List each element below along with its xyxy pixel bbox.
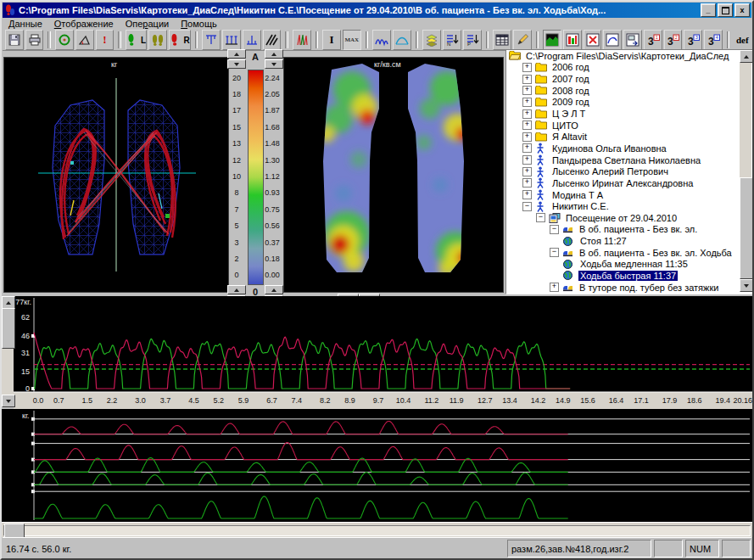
zones-curve-button[interactable]	[603, 30, 622, 50]
def-button[interactable]: def	[734, 31, 751, 49]
tree-scrollbar[interactable]	[739, 50, 751, 292]
graph-lower-button[interactable]	[202, 30, 221, 50]
tree-item-4[interactable]: +2008 год	[506, 85, 753, 97]
tree-item-15[interactable]: −Посещение от 29.04.2010	[506, 212, 753, 224]
tree-item-7[interactable]: +ЦИТО	[506, 120, 753, 132]
minimize-button[interactable]: _	[701, 3, 716, 17]
tree-item-16[interactable]: −В об. пациента - Без вк. эл.	[506, 224, 753, 236]
expand-toggle[interactable]: −	[550, 248, 559, 257]
tree-item-11[interactable]: +Лысенко Алерий Петрович	[506, 165, 753, 177]
table-button[interactable]	[493, 30, 511, 50]
cursor-button[interactable]: I	[322, 30, 341, 50]
tree-item-6[interactable]: +Ц Э Л Т	[506, 108, 753, 120]
view3-4-button[interactable]: 34	[704, 30, 723, 50]
expand-toggle[interactable]: −	[550, 225, 559, 234]
chart-scroll-up-button[interactable]	[2, 296, 15, 309]
tree-item-10[interactable]: +Пандырева Светлана Николаевна	[506, 154, 753, 166]
left-foot-button[interactable]: L	[126, 30, 147, 50]
svg-text:14.2: 14.2	[531, 396, 546, 405]
record-button[interactable]	[55, 30, 74, 50]
both-feet-button[interactable]	[148, 30, 167, 50]
menu-3[interactable]: Операции	[120, 19, 175, 29]
save-button[interactable]	[5, 30, 24, 50]
expand-toggle[interactable]: +	[522, 143, 532, 153]
print-button[interactable]	[25, 30, 44, 50]
zones-cross-button[interactable]	[584, 30, 602, 50]
load-chart[interactable]: 0.00.71.52.23.03.74.55.25.96.77.48.28.99…	[2, 296, 752, 409]
zones-export-button[interactable]	[623, 30, 642, 50]
graph-upper-button[interactable]	[243, 30, 261, 50]
tree-item-2[interactable]: +2006 год	[506, 62, 753, 74]
hatch-button[interactable]	[263, 30, 282, 50]
sort-p-button[interactable]: P	[463, 30, 482, 50]
tree-item-21[interactable]: +В туторе под. тубер без затяжки	[506, 282, 753, 294]
tree-item-8[interactable]: +Я Altavit	[506, 131, 753, 143]
waveform-button[interactable]	[372, 30, 391, 50]
scale-right-min-up-button[interactable]	[265, 285, 283, 294]
envelope-button[interactable]	[393, 30, 411, 50]
expand-toggle[interactable]: +	[522, 98, 532, 107]
right-foot-button[interactable]: R	[169, 30, 191, 50]
restore-button[interactable]	[718, 3, 733, 17]
view3-2-button[interactable]: 32	[664, 30, 683, 50]
scale-right-down-button[interactable]	[265, 59, 283, 69]
expand-toggle[interactable]: +	[522, 109, 532, 119]
tree-item-19[interactable]: Ходьба медленная 11:35	[506, 259, 753, 271]
tree-item-14[interactable]: −Никитин С.Е.	[506, 200, 753, 212]
tree-scroll-up-button[interactable]	[740, 50, 753, 63]
tree-item-1[interactable]: C:\Program Files\DiaServis\Картотеки_Диа…	[506, 50, 753, 62]
expand-toggle[interactable]: +	[522, 132, 532, 142]
sort-n-button[interactable]: N	[443, 30, 461, 50]
expand-toggle[interactable]: +	[522, 63, 532, 72]
expand-toggle[interactable]: +	[522, 167, 532, 176]
scale-left-down-button[interactable]	[227, 59, 246, 69]
expand-toggle[interactable]: +	[522, 120, 532, 130]
histogram-button[interactable]	[222, 30, 241, 50]
expand-toggle[interactable]: +	[522, 190, 532, 199]
expand-toggle[interactable]: −	[536, 213, 545, 222]
tree-scroll-thumb[interactable]	[740, 177, 753, 279]
menu-4[interactable]: Помощь	[175, 19, 223, 29]
tree-item-17[interactable]: Стоя 11:27	[506, 235, 753, 247]
expand-toggle[interactable]: +	[550, 283, 559, 292]
time-scrollbar-track[interactable]	[3, 525, 751, 536]
layers-button[interactable]	[422, 30, 441, 50]
view3-3-button[interactable]: 33	[684, 30, 702, 50]
scale-right-up-button[interactable]	[265, 49, 283, 59]
alert-button[interactable]: !	[96, 30, 114, 50]
expand-toggle[interactable]: +	[522, 75, 532, 84]
scale-left-min-up-button[interactable]	[227, 285, 246, 294]
expand-toggle[interactable]: +	[522, 155, 532, 165]
zones-bars-button[interactable]	[563, 30, 582, 50]
angle-tool-button[interactable]	[75, 30, 94, 50]
time-scrollbar[interactable]	[2, 522, 752, 537]
chart-scroll-thumb[interactable]	[2, 308, 15, 349]
record-icon	[563, 259, 575, 270]
tree-item-5[interactable]: +2009 год	[506, 97, 753, 109]
tree-item-3[interactable]: +2007 год	[506, 73, 753, 85]
pressure-unit-label: кг/кв.см	[374, 60, 401, 69]
tree-item-18[interactable]: −В об. пациента - Без вк. эл. Ходьба	[506, 247, 753, 259]
time-scrollbar-thumb[interactable]	[4, 524, 25, 538]
expand-toggle[interactable]: +	[522, 86, 532, 95]
tree-item-9[interactable]: +Кудинова Ольга Ивановна	[506, 143, 753, 154]
menu-2[interactable]: Отображение	[48, 19, 120, 29]
traces-button[interactable]	[293, 30, 311, 50]
zones-map-button[interactable]	[543, 30, 561, 50]
scale-left-up-button[interactable]	[227, 49, 246, 59]
menu-1[interactable]: Данные	[3, 19, 48, 29]
edit-button[interactable]	[513, 30, 532, 50]
tree-item-13[interactable]: +Модина Т А	[506, 189, 753, 201]
zones-chart[interactable]: кг.	[2, 409, 752, 522]
max-button[interactable]: MAX	[343, 30, 361, 50]
chart-scrollbar[interactable]	[2, 296, 14, 407]
tree-item-12[interactable]: +Лысенко Иринат Александровна	[506, 177, 753, 189]
tree-item-20[interactable]: Ходьба быстрая 11:37	[506, 270, 753, 282]
view3-1-button[interactable]: 31	[644, 30, 662, 50]
expand-toggle[interactable]: +	[522, 178, 532, 188]
tree-scroll-down-button[interactable]	[740, 279, 753, 292]
chart-scroll-down-button[interactable]	[2, 395, 15, 407]
toolbar-separator	[285, 31, 288, 48]
expand-toggle[interactable]: −	[522, 202, 532, 211]
close-button[interactable]: x	[734, 3, 750, 17]
